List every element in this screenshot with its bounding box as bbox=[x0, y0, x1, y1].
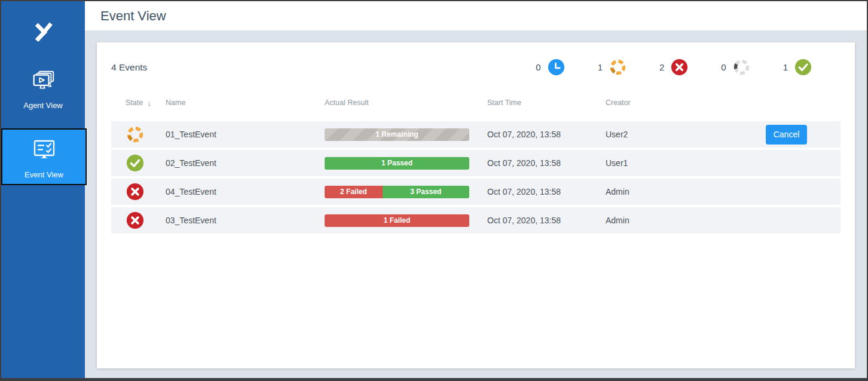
clock-icon bbox=[548, 59, 565, 76]
result-cell: 1 Remaining bbox=[325, 128, 487, 141]
content-area: 4 Events 0 1 2 bbox=[85, 32, 867, 378]
cancel-button[interactable]: Cancel bbox=[766, 125, 807, 145]
canceled-spinner-icon bbox=[733, 59, 750, 76]
failed-circle-icon bbox=[126, 183, 144, 201]
app-logo bbox=[1, 14, 85, 51]
event-name: 02_TestEvent bbox=[166, 158, 325, 168]
event-view-icon bbox=[29, 137, 60, 165]
events-card: 4 Events 0 1 2 bbox=[97, 42, 855, 368]
result-bar: 2 Failed 3 Passed bbox=[325, 186, 469, 198]
table-body: 01_TestEvent 1 Remaining Oct 07, 2020, 1… bbox=[111, 121, 841, 233]
creator: Admin bbox=[606, 187, 733, 196]
state-cell bbox=[111, 183, 166, 201]
result-cell: 1 Failed bbox=[325, 214, 487, 227]
counter-running-count: 1 bbox=[598, 62, 603, 72]
sidebar: Agent View Event View bbox=[1, 1, 85, 378]
start-time: Oct 07, 2020, 13:58 bbox=[487, 187, 606, 196]
column-header-state[interactable]: State ↓ bbox=[111, 99, 166, 107]
passed-circle-icon bbox=[126, 154, 144, 172]
app-logo-icon bbox=[26, 14, 60, 49]
result-bar: 1 Remaining bbox=[325, 128, 469, 141]
counter-failed-count: 2 bbox=[659, 62, 664, 72]
running-spinner-icon bbox=[126, 125, 144, 143]
main-area: Event View 4 Events 0 1 bbox=[85, 1, 867, 378]
app-window: Agent View Event View Event View 4 Event… bbox=[0, 0, 868, 381]
failed-segment: 2 Failed bbox=[325, 186, 383, 198]
table-row[interactable]: 01_TestEvent 1 Remaining Oct 07, 2020, 1… bbox=[111, 121, 841, 148]
sidebar-item-label: Event View bbox=[2, 170, 85, 179]
state-cell bbox=[111, 154, 166, 172]
result-cell: 1 Passed bbox=[325, 157, 487, 170]
column-header-state-label: State bbox=[126, 99, 143, 107]
start-time: Oct 07, 2020, 13:58 bbox=[487, 216, 606, 225]
column-header-actual-result[interactable]: Actual Result bbox=[325, 99, 487, 107]
creator: Admin bbox=[606, 216, 733, 225]
events-count: 4 Events bbox=[111, 62, 147, 73]
column-header-creator[interactable]: Creator bbox=[606, 99, 733, 107]
status-counters: 0 1 2 0 bbox=[536, 59, 841, 76]
table-row[interactable]: 02_TestEvent 1 Passed Oct 07, 2020, 13:5… bbox=[111, 150, 841, 176]
events-summary: 4 Events 0 1 2 bbox=[111, 42, 841, 76]
table-header: State ↓ Name Actual Result Start Time Cr… bbox=[111, 97, 841, 108]
counter-passed: 1 bbox=[783, 59, 812, 76]
failed-circle-icon bbox=[671, 59, 688, 76]
result-bar: 1 Passed bbox=[325, 157, 469, 170]
sort-desc-icon[interactable]: ↓ bbox=[147, 99, 151, 107]
counter-passed-count: 1 bbox=[783, 62, 788, 72]
passed-segment: 3 Passed bbox=[383, 186, 469, 198]
action-cell: Cancel bbox=[733, 125, 841, 145]
counter-canceled: 0 bbox=[721, 59, 750, 76]
sidebar-item-event-view[interactable]: Event View bbox=[1, 128, 87, 185]
page-title: Event View bbox=[100, 8, 166, 24]
event-name: 04_TestEvent bbox=[166, 187, 325, 196]
start-time: Oct 07, 2020, 13:58 bbox=[487, 158, 606, 168]
agent-view-icon bbox=[28, 69, 58, 96]
column-header-name[interactable]: Name bbox=[166, 99, 325, 107]
counter-running: 1 bbox=[598, 59, 626, 76]
remaining-segment: 1 Remaining bbox=[325, 128, 469, 141]
table-row[interactable]: 03_TestEvent 1 Failed Oct 07, 2020, 13:5… bbox=[111, 207, 841, 233]
failed-circle-icon bbox=[126, 211, 144, 229]
counter-canceled-count: 0 bbox=[721, 62, 726, 72]
result-bar: 1 Failed bbox=[325, 214, 469, 227]
failed-segment: 1 Failed bbox=[325, 214, 469, 227]
table-row[interactable]: 04_TestEvent 2 Failed 3 Passed Oct 07, 2… bbox=[111, 179, 841, 205]
passed-circle-icon bbox=[794, 59, 812, 76]
state-cell bbox=[111, 211, 166, 229]
event-name: 03_TestEvent bbox=[166, 216, 325, 225]
sidebar-item-agent-view[interactable]: Agent View bbox=[1, 69, 85, 110]
counter-pending-count: 0 bbox=[536, 62, 540, 72]
counter-failed: 2 bbox=[659, 59, 688, 76]
passed-segment: 1 Passed bbox=[325, 157, 469, 170]
counter-pending: 0 bbox=[536, 59, 564, 76]
top-bar: Event View bbox=[85, 1, 867, 31]
running-spinner-icon bbox=[609, 59, 626, 76]
creator: User1 bbox=[606, 158, 733, 168]
state-cell bbox=[111, 125, 166, 143]
sidebar-item-label: Agent View bbox=[1, 101, 85, 110]
column-header-start-time[interactable]: Start Time bbox=[487, 99, 606, 107]
event-name: 01_TestEvent bbox=[166, 130, 325, 139]
start-time: Oct 07, 2020, 13:58 bbox=[487, 130, 606, 139]
creator: User2 bbox=[606, 130, 733, 139]
result-cell: 2 Failed 3 Passed bbox=[325, 186, 487, 198]
